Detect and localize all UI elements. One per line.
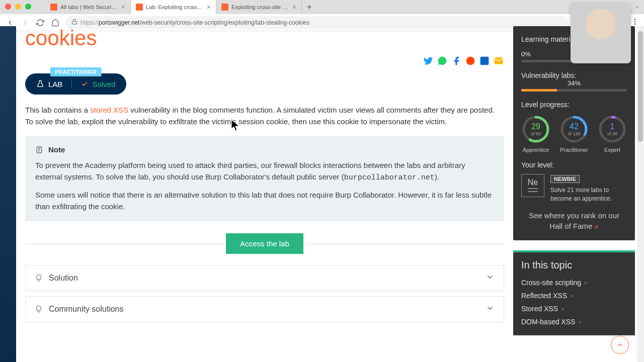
topic-panel: In this topic Cross-site scripting»Refle… [513,250,635,335]
lock-icon [71,19,77,26]
difficulty-badge: PRACTITIONER [50,67,102,76]
svg-point-4 [634,19,636,20]
scrollbar[interactable] [637,26,644,362]
lab-description: This lab contains a stored XSS vulnerabi… [25,105,504,127]
favicon-icon [136,4,143,11]
scroll-thumb[interactable] [638,31,643,142]
your-level-label: Your level: [521,161,627,169]
maximize-window-button[interactable] [25,4,31,10]
close-tab-button[interactable]: × [207,3,211,11]
lightbulb-icon [35,305,43,313]
twitter-icon[interactable] [423,55,434,66]
topic-title: In this topic [521,259,627,271]
browser-tab[interactable]: Exploiting cross-site scripting× [216,0,302,14]
svg-rect-0 [72,22,77,25]
webcam-overlay [571,3,631,63]
tab-dropdown-button[interactable] [630,0,644,14]
whatsapp-icon[interactable] [437,55,448,66]
linkedin-icon[interactable] [479,55,490,66]
page-title: cookies [25,26,504,50]
level-element-box: Ne [521,174,544,197]
favicon-icon [221,4,228,11]
topic-link[interactable]: Stored XSS» [521,302,627,315]
chevron-down-icon [486,304,495,315]
lab-label: LAB [36,80,72,88]
solved-status: Solved [72,80,115,88]
favicon-icon [50,4,57,11]
svg-point-7 [466,57,475,65]
reddit-icon[interactable] [465,55,476,66]
level-donut: 42of 130 Practitioner [559,115,589,153]
tab-title: Lab: Exploiting cross-site scri [146,4,204,10]
close-tab-button[interactable]: × [121,3,125,11]
level-progress-label: Level progress: [521,101,627,109]
sidebar: Learning materials: View all 0% Vulnerab… [513,26,644,362]
community-solutions-accordion[interactable]: Community solutions [25,296,504,322]
svg-point-5 [634,21,636,22]
scroll-to-top-button[interactable] [611,336,629,354]
chevron-down-icon [486,273,495,284]
level-donut: 1of 30 Expert [598,115,627,153]
level-text: Solve 21 more labs to become an apprenti… [550,186,627,203]
vuln-labs-label: Vulnerability labs: [521,71,627,79]
newbie-badge: NEWBIE [550,175,580,183]
vuln-progress-bar [521,89,627,92]
vuln-percent: 34% [521,79,627,87]
svg-rect-9 [495,57,503,64]
close-tab-button[interactable]: × [292,3,296,11]
tab-title: Exploiting cross-site scripting [231,4,289,10]
svg-point-6 [634,23,636,25]
url-path: /web-security/cross-site-scripting/explo… [139,19,309,26]
new-tab-button[interactable]: + [302,0,316,14]
solution-accordion[interactable]: Solution [25,265,504,291]
desktop-edge [0,26,16,362]
tab-title: All labs | Web Security Academ [60,4,118,10]
browser-tab[interactable]: Lab: Exploiting cross-site scri× [131,0,216,14]
close-window-button[interactable] [5,4,11,10]
access-lab-button[interactable]: Access the lab [226,233,303,254]
lightbulb-icon [35,274,43,282]
lab-status-header: PRACTITIONER LAB Solved [25,73,126,95]
check-icon [81,80,88,87]
minimize-window-button[interactable] [15,4,21,10]
tab-bar: All labs | Web Security Academ×Lab: Expl… [0,0,644,14]
topic-link[interactable]: Reflected XSS» [521,289,627,302]
hall-of-fame-link[interactable]: See where you rank on our Hall of Fame» [521,210,627,231]
main-content: cookies PRACTITIONER LAB Solved [16,26,513,362]
stored-xss-link[interactable]: stored XSS [90,106,128,114]
clipboard-icon [35,146,43,154]
svg-rect-8 [480,57,489,65]
url-domain: portswigger.net [99,19,139,26]
email-icon[interactable] [493,55,504,66]
flask-icon [36,80,44,88]
topic-link[interactable]: DOM-based XSS» [521,315,627,328]
note-box: Note To prevent the Academy platform bei… [25,136,504,221]
topic-link[interactable]: Cross-site scripting» [521,276,627,289]
share-row [25,55,504,66]
url-protocol: https:// [80,19,99,26]
note-label: Note [48,145,65,154]
browser-tab[interactable]: All labs | Web Security Academ× [45,0,131,14]
facebook-icon[interactable] [451,55,462,66]
level-donut: 29of 50 Apprentice [521,115,550,153]
